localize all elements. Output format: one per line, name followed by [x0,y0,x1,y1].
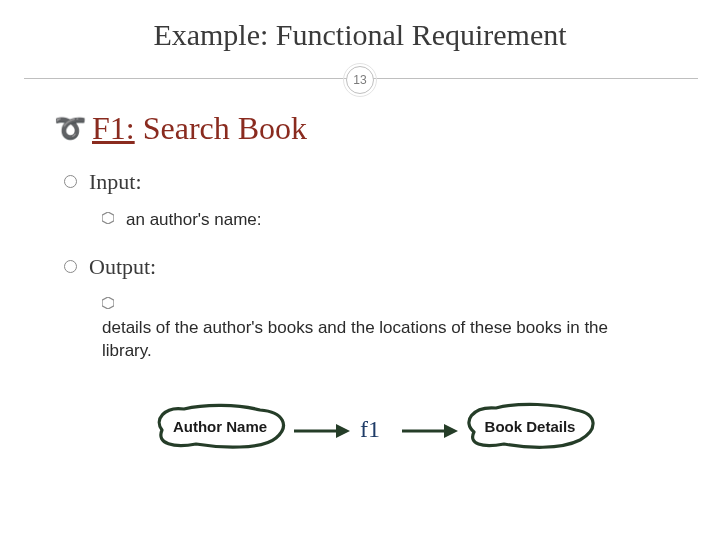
input-label-text: Input: [89,169,142,194]
requirement-name: Search Book [143,110,307,146]
diagram-output-node: Book Details [460,402,600,450]
circle-bullet-icon [64,175,77,188]
output-label-text: Output: [89,254,156,279]
input-item-text: an author's name: [126,209,262,232]
hexagon-bullet-icon [102,297,114,309]
output-item: details of the author's books and the lo… [102,294,680,363]
diagram-function-label: f1 [360,416,380,443]
requirement-heading: ➰F1: Search Book [54,110,680,147]
page-number-badge: 13 [346,66,374,94]
slide: Example: Functional Requirement 13 ➰F1: … [0,0,720,540]
input-item: an author's name: [102,209,680,232]
heading-bullet-icon: ➰ [54,113,86,144]
diagram-input-node: Author Name [150,402,290,450]
hexagon-bullet-icon [102,212,114,224]
circle-bullet-icon [64,260,77,273]
diagram-output-label: Book Details [460,418,600,435]
arrow-icon [400,422,458,444]
output-section-label: Output: [64,254,680,280]
input-section-label: Input: [64,169,680,195]
svg-marker-3 [336,424,350,438]
svg-marker-1 [102,297,114,309]
requirement-id: F1: [92,110,135,146]
content-area: ➰F1: Search Book Input: an author's name… [54,110,680,363]
svg-marker-0 [102,212,114,224]
slide-title: Example: Functional Requirement [0,0,720,52]
svg-marker-5 [444,424,458,438]
arrow-icon [292,422,350,444]
diagram-input-label: Author Name [150,418,290,435]
diagram: Author Name f1 Book Details [150,392,610,472]
output-item-text: details of the author's books and the lo… [102,317,662,363]
